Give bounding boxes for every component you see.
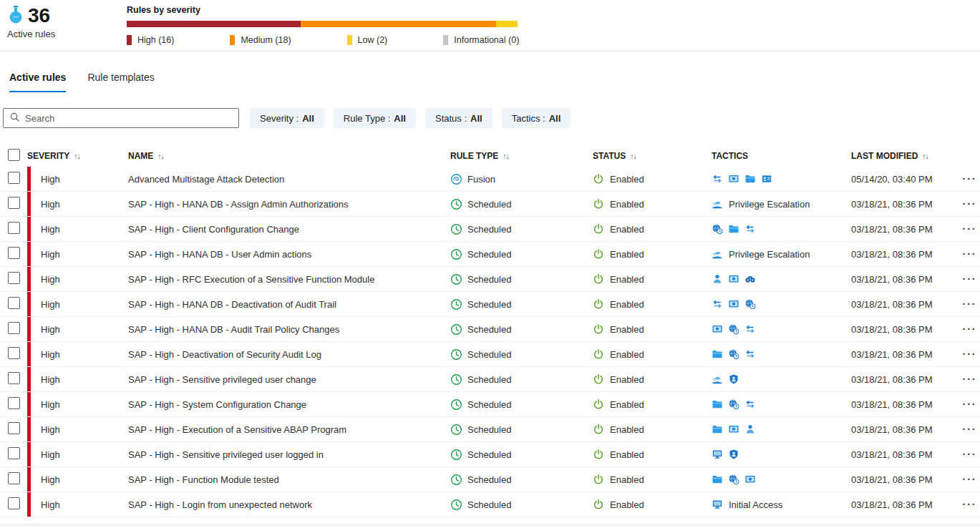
row-checkbox[interactable] <box>8 422 20 434</box>
row-menu-button[interactable]: ··· <box>963 249 977 259</box>
row-menu-button[interactable]: ··· <box>963 224 977 234</box>
row-menu-button[interactable]: ··· <box>963 349 977 359</box>
row-checkbox[interactable] <box>8 497 20 509</box>
row-menu-button[interactable]: ··· <box>963 424 977 434</box>
row-checkbox[interactable] <box>8 472 20 484</box>
filter-pill-value: All <box>302 113 314 124</box>
status-label: Enabled <box>610 299 644 310</box>
rule-type-label: Scheduled <box>467 224 511 235</box>
search-icon <box>9 112 20 124</box>
status-label: Enabled <box>610 424 644 435</box>
table-header: SEVERITY↑↓NAME↑↓RULE TYPE↑↓STATUS↑↓TACTI… <box>0 145 980 167</box>
status-label: Enabled <box>610 249 644 260</box>
table-row[interactable]: HighSAP - High - Login from unexpected n… <box>0 492 980 517</box>
column-header-status[interactable]: STATUS↑↓ <box>593 151 712 161</box>
table-row[interactable]: HighSAP - High - System Configuration Ch… <box>0 392 980 417</box>
filter-pill-rule-type[interactable]: Rule Type :All <box>334 108 416 128</box>
power-icon <box>593 323 604 335</box>
active-rules-summary: 36 Active rules <box>7 5 127 51</box>
shield-user-icon <box>728 449 739 460</box>
scheduled-icon <box>450 223 462 235</box>
filter-pill-status[interactable]: Status :All <box>425 108 493 128</box>
rule-type-label: Scheduled <box>467 499 511 510</box>
status-label: Enabled <box>610 324 644 335</box>
table-row[interactable]: HighSAP - High - Function Module testedS… <box>0 467 980 492</box>
status-label: Enabled <box>610 199 644 210</box>
rule-type-cell: Scheduled <box>450 223 593 235</box>
table-row[interactable]: HighSAP - High - Sensitive privileged us… <box>0 442 980 467</box>
row-menu-button[interactable]: ··· <box>963 199 977 209</box>
table-row[interactable]: HighSAP - High - Deactivation of Securit… <box>0 342 980 367</box>
severity-cell: High <box>27 342 128 366</box>
table-row[interactable]: HighSAP - High - HANA DB - Deactivation … <box>0 292 980 317</box>
row-menu-button[interactable]: ··· <box>963 374 977 384</box>
row-select-cell <box>0 272 27 286</box>
rule-name: SAP - High - Deactivation of Security Au… <box>128 349 450 360</box>
row-checkbox[interactable] <box>8 197 20 209</box>
filter-pill-severity[interactable]: Severity :All <box>250 108 324 128</box>
table-row[interactable]: HighSAP - High - Client Configuration Ch… <box>0 217 980 242</box>
row-checkbox[interactable] <box>8 247 20 259</box>
column-header-last-modified[interactable]: LAST MODIFIED↑↓ <box>851 151 959 161</box>
column-header-tactics[interactable]: TACTICS <box>712 151 851 161</box>
row-checkbox[interactable] <box>8 272 20 284</box>
row-menu-button[interactable]: ··· <box>963 299 977 309</box>
rules-table: SEVERITY↑↓NAME↑↓RULE TYPE↑↓STATUS↑↓TACTI… <box>0 145 980 517</box>
row-checkbox[interactable] <box>8 347 20 359</box>
row-menu-button[interactable]: ··· <box>963 274 977 284</box>
row-menu-button[interactable]: ··· <box>963 174 977 184</box>
row-menu-button[interactable]: ··· <box>963 449 977 459</box>
row-checkbox[interactable] <box>8 297 20 309</box>
status-label: Enabled <box>610 224 644 235</box>
filter-pill-tactics[interactable]: Tactics :All <box>502 108 571 128</box>
flask-icon <box>7 5 24 25</box>
legend-label: Low (2) <box>358 35 388 45</box>
rule-type-label: Scheduled <box>467 199 511 210</box>
row-menu-button[interactable]: ··· <box>963 324 977 334</box>
row-checkbox[interactable] <box>8 447 20 459</box>
shield-user-icon <box>728 373 739 385</box>
row-checkbox[interactable] <box>8 322 20 334</box>
row-menu-cell: ··· <box>959 274 980 284</box>
folder-icon <box>712 399 723 410</box>
sort-icon: ↑↓ <box>503 152 509 160</box>
tab-active-rules[interactable]: Active rules <box>9 71 66 92</box>
row-menu-button[interactable]: ··· <box>963 474 977 484</box>
table-row[interactable]: HighSAP - High - Sensitive privileged us… <box>0 367 980 392</box>
table-row[interactable]: HighSAP - High - Execution of a Sensitiv… <box>0 417 980 442</box>
row-select-cell <box>0 472 27 487</box>
column-header-name[interactable]: NAME↑↓ <box>128 151 450 161</box>
sort-icon: ↑↓ <box>630 152 636 160</box>
search-box[interactable] <box>3 108 239 128</box>
rule-name: SAP - High - HANA DB - Audit Trail Polic… <box>128 324 450 335</box>
table-row[interactable]: HighSAP - High - HANA DB - Assign Admin … <box>0 192 980 217</box>
row-checkbox[interactable] <box>8 397 20 409</box>
tab-rule-templates[interactable]: Rule templates <box>87 71 154 92</box>
table-row[interactable]: HighSAP - High - HANA DB - User Admin ac… <box>0 242 980 267</box>
row-select-cell <box>0 347 27 361</box>
severity-label: High <box>41 249 60 260</box>
legend-swatch <box>443 35 448 45</box>
row-checkbox[interactable] <box>8 372 20 384</box>
scheduled-icon <box>450 373 462 386</box>
row-menu-cell: ··· <box>959 374 980 384</box>
column-header-rule-type[interactable]: RULE TYPE↑↓ <box>450 151 593 161</box>
table-row[interactable]: HighAdvanced Multistage Attack Detection… <box>0 167 980 192</box>
row-menu-cell: ··· <box>959 474 980 484</box>
row-checkbox[interactable] <box>8 172 20 184</box>
table-row[interactable]: HighSAP - High - RFC Execution of a Sens… <box>0 267 980 292</box>
tactics-label: Privilege Escalation <box>729 199 810 210</box>
filter-pill-value: All <box>549 113 561 124</box>
severity-label: High <box>41 374 60 385</box>
severity-bar-segment-low <box>496 21 518 27</box>
scheduled-icon <box>450 399 462 411</box>
folder-icon <box>712 474 723 485</box>
row-menu-button[interactable]: ··· <box>963 499 977 509</box>
search-input[interactable] <box>25 113 233 124</box>
row-checkbox[interactable] <box>8 222 20 234</box>
severity-label: High <box>41 474 60 485</box>
table-row[interactable]: HighSAP - High - HANA DB - Audit Trail P… <box>0 317 980 342</box>
row-menu-button[interactable]: ··· <box>963 399 977 409</box>
column-header-severity[interactable]: SEVERITY↑↓ <box>27 151 128 161</box>
select-all-checkbox[interactable] <box>8 149 20 161</box>
